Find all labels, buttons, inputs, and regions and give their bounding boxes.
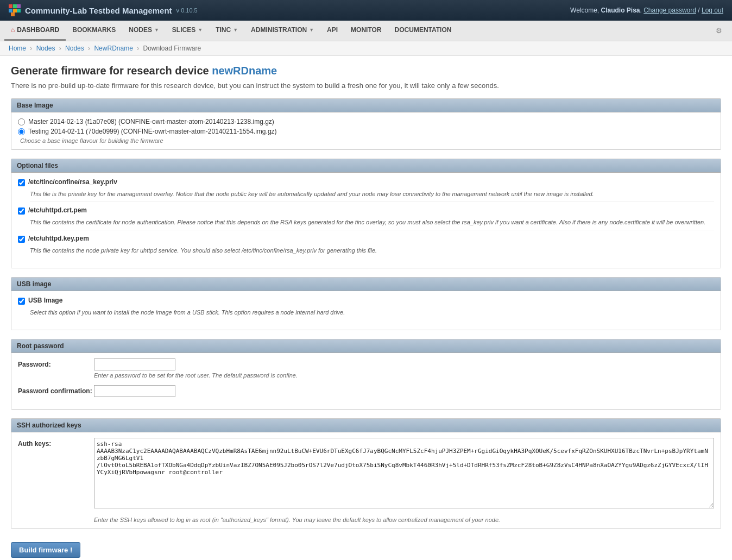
svg-rect-5: [17, 9, 21, 12]
nav-nodes[interactable]: NODES ▼: [122, 21, 166, 41]
password-field-wrap: Enter a password to be set for the root …: [94, 358, 714, 379]
usb-image-header: USB image: [11, 278, 721, 291]
nav-api[interactable]: API: [320, 21, 344, 41]
usb-image-desc: Select this option if you want to instal…: [30, 309, 714, 320]
optional-files-body: /etc/tinc/confine/rsa_key.priv This file…: [11, 173, 721, 268]
password-input[interactable]: [94, 358, 175, 370]
nav-dashboard-label: DASHBOARD: [17, 26, 59, 34]
settings-icon[interactable]: ⚙: [710, 21, 728, 40]
tinc-dropdown-arrow: ▼: [233, 27, 238, 33]
nav-tinc[interactable]: TINC ▼: [209, 21, 244, 41]
nav-tinc-label: TINC: [216, 26, 231, 34]
breadcrumb-nodes1[interactable]: Nodes: [36, 45, 55, 52]
breadcrumb-sep-1: ›: [30, 45, 32, 52]
build-firmware-button[interactable]: Build firmware !: [11, 542, 80, 558]
base-image-radio-2[interactable]: [18, 128, 25, 135]
nav-nodes-label: NODES: [129, 26, 152, 34]
optional-file-3-name: /etc/uhttpd.key.pem: [28, 235, 89, 242]
auth-keys-label: Auth keys:: [18, 438, 94, 448]
breadcrumb: Home › Nodes › Nodes › NewRDname › Downl…: [0, 41, 732, 56]
svg-rect-1: [13, 4, 17, 8]
nav-bar: ⌂ DASHBOARD BOOKMARKS NODES ▼ SLICES ▼ T…: [0, 21, 732, 41]
usb-image-body: USB Image Select this option if you want…: [11, 291, 721, 330]
svg-rect-2: [9, 9, 12, 12]
app-title: Community-Lab Testbed Management v 0.10.…: [9, 4, 198, 16]
optional-file-2-name: /etc/uhttpd.crt.pem: [28, 206, 87, 214]
breadcrumb-sep-3: ›: [88, 45, 90, 52]
nav-slices[interactable]: SLICES ▼: [166, 21, 209, 41]
ssh-keys-header: SSH authorized keys: [11, 419, 721, 432]
base-image-help: Choose a base image flavour for building…: [20, 137, 714, 144]
app-title-text: Community-Lab Testbed Management: [25, 6, 172, 15]
page-title-link[interactable]: newRDname: [212, 65, 277, 77]
root-password-header: Root password: [11, 339, 721, 353]
password-help: Enter a password to be set for the root …: [94, 372, 714, 379]
usb-image-checkbox[interactable]: [18, 298, 25, 305]
optional-file-3-desc: This file contains the node private key …: [30, 247, 714, 258]
usb-image-item: USB Image: [18, 297, 714, 305]
home-icon: ⌂: [11, 26, 15, 34]
optional-file-3: /etc/uhttpd.key.pem: [18, 235, 714, 243]
nav-bookmarks[interactable]: BOOKMARKS: [66, 21, 122, 41]
optional-file-1: /etc/tinc/confine/rsa_key.priv: [18, 178, 714, 186]
nav-dashboard[interactable]: ⌂ DASHBOARD: [4, 21, 66, 41]
page-subtitle: There is no pre-build up-to-date firmwar…: [11, 81, 721, 90]
nav-documentation-label: DOCUMENTATION: [395, 26, 452, 34]
password-confirm-input[interactable]: [94, 385, 175, 397]
nav-administration[interactable]: ADMINISTRATION ▼: [244, 21, 320, 41]
slices-dropdown-arrow: ▼: [198, 27, 203, 33]
optional-files-header: Optional files: [11, 159, 721, 173]
usb-image-label: USB Image: [28, 297, 62, 304]
ssh-keys-textarea[interactable]: ssh-rsa AAAAB3NzaC1yc2EAAAADAQABAAABAQCz…: [94, 438, 714, 508]
base-image-option-1: Master 2014-02-13 (f1a07e08) (CONFINE-ow…: [18, 118, 714, 125]
base-image-header: Base Image: [11, 99, 721, 112]
nav-api-label: API: [327, 26, 338, 34]
optional-file-1-checkbox[interactable]: [18, 179, 25, 186]
welcome-text: Welcome,: [570, 7, 599, 14]
change-password-link[interactable]: Change password: [643, 7, 696, 14]
base-image-label-1: Master 2014-02-13 (f1a07e08) (CONFINE-ow…: [28, 118, 274, 125]
password-confirm-row: Password confirmation:: [18, 385, 714, 397]
auth-keys-row: Auth keys: ssh-rsa AAAAB3NzaC1yc2EAAAADA…: [18, 438, 714, 510]
nav-monitor[interactable]: MONITOR: [344, 21, 388, 41]
base-image-option-2: Testing 2014-02-11 (70de0999) (CONFINE-o…: [18, 128, 714, 135]
ssh-keys-help: Enter the SSH keys allowed to log in as …: [94, 517, 714, 523]
nav-monitor-label: MONITOR: [351, 26, 381, 34]
password-row: Password: Enter a password to be set for…: [18, 358, 714, 379]
user-info: Welcome, Claudio Pisa. Change password /…: [570, 7, 723, 14]
top-header: Community-Lab Testbed Management v 0.10.…: [0, 0, 732, 21]
admin-dropdown-arrow: ▼: [309, 27, 314, 33]
username: Claudio Pisa: [601, 7, 640, 14]
auth-keys-field-wrap: ssh-rsa AAAAB3NzaC1yc2EAAAADAQABAAABAQCz…: [94, 438, 714, 510]
breadcrumb-home[interactable]: Home: [9, 45, 26, 52]
password-confirm-label: Password confirmation:: [18, 385, 94, 395]
nav-documentation[interactable]: DOCUMENTATION: [388, 21, 458, 41]
breadcrumb-nodes2[interactable]: Nodes: [65, 45, 84, 52]
svg-rect-4: [17, 4, 21, 8]
base-image-section: Base Image Master 2014-02-13 (f1a07e08) …: [11, 98, 721, 150]
nodes-dropdown-arrow: ▼: [154, 27, 159, 33]
app-logo: [9, 4, 21, 16]
base-image-radio-1[interactable]: [18, 118, 25, 125]
root-password-section: Root password Password: Enter a password…: [11, 339, 721, 410]
svg-rect-3: [13, 9, 17, 12]
root-password-body: Password: Enter a password to be set for…: [11, 353, 721, 409]
svg-rect-0: [9, 4, 12, 8]
breadcrumb-sep-4: ›: [137, 45, 139, 52]
breadcrumb-newrdname[interactable]: NewRDname: [94, 45, 132, 52]
optional-file-3-checkbox[interactable]: [18, 236, 25, 243]
optional-files-section: Optional files /etc/tinc/confine/rsa_key…: [11, 159, 721, 268]
usb-image-section: USB image USB Image Select this option i…: [11, 277, 721, 330]
ssh-keys-section: SSH authorized keys Auth keys: ssh-rsa A…: [11, 418, 721, 529]
ssh-keys-body: Auth keys: ssh-rsa AAAAB3NzaC1yc2EAAAADA…: [11, 432, 721, 528]
nav-slices-label: SLICES: [172, 26, 195, 34]
optional-file-2-desc: This file contains the certificate for n…: [30, 219, 714, 230]
breadcrumb-current: Download Firmware: [143, 45, 201, 52]
optional-file-2-checkbox[interactable]: [18, 207, 25, 215]
app-version: v 0.10.5: [176, 7, 198, 14]
page-title: Generate firmware for research device ne…: [11, 65, 721, 77]
breadcrumb-sep-2: ›: [59, 45, 61, 52]
optional-file-2: /etc/uhttpd.crt.pem: [18, 206, 714, 215]
logout-link[interactable]: Log out: [702, 7, 723, 14]
svg-rect-6: [11, 12, 15, 16]
